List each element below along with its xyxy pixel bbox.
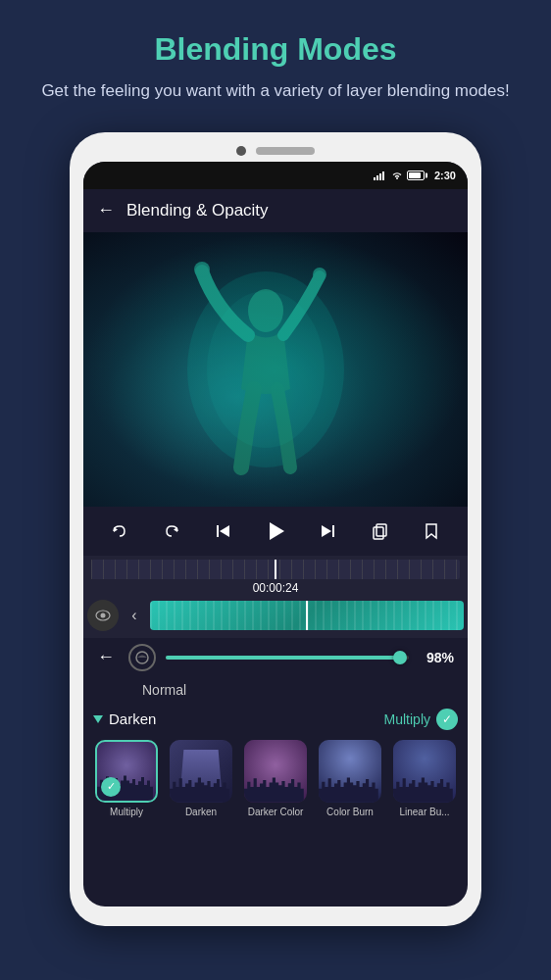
bottom-controls: ← 98% bbox=[83, 638, 468, 677]
opacity-slider-fill bbox=[166, 656, 404, 660]
city-silhouette-3 bbox=[244, 768, 307, 803]
skip-back-icon bbox=[215, 522, 232, 540]
svg-point-19 bbox=[101, 612, 106, 617]
opacity-icon bbox=[128, 644, 156, 671]
city-silhouette-4 bbox=[319, 768, 381, 803]
svg-rect-2 bbox=[379, 173, 381, 180]
clip-cursor bbox=[306, 601, 308, 630]
redo-button[interactable] bbox=[154, 514, 189, 549]
phone-camera bbox=[236, 146, 246, 156]
eye-button[interactable] bbox=[87, 600, 119, 631]
blend-thumb-color-burn bbox=[319, 740, 381, 803]
blend-items-row: ✓ Multiply Darken bbox=[93, 736, 458, 825]
blend-section: Darken Multiply ✓ ✓ Multi bbox=[83, 703, 468, 825]
blend-item-linear-burn[interactable]: Linear Bu... bbox=[391, 740, 458, 817]
copy-icon bbox=[371, 522, 388, 540]
blend-group-left: Darken bbox=[93, 710, 156, 727]
blend-thumb-linear-burn bbox=[393, 740, 456, 803]
status-bar: 2:30 bbox=[83, 162, 468, 189]
city-silhouette-2 bbox=[170, 768, 232, 803]
dancer-glow bbox=[83, 232, 468, 507]
blend-label-multiply: Multiply bbox=[110, 807, 143, 817]
bookmark-button[interactable] bbox=[414, 514, 449, 549]
battery-icon bbox=[407, 171, 425, 180]
svg-marker-13 bbox=[270, 522, 284, 540]
timeline-section: 00:00:24 ‹ bbox=[83, 556, 468, 638]
timeline-timestamp: 00:00:24 bbox=[83, 579, 468, 597]
signal-icon bbox=[374, 171, 387, 180]
phone-outer: 2:30 ← Blending & Opacity bbox=[70, 132, 481, 926]
play-icon bbox=[265, 520, 286, 542]
bottom-back-button[interactable]: ← bbox=[97, 647, 115, 667]
blend-group-right: Multiply ✓ bbox=[384, 709, 458, 730]
svg-rect-3 bbox=[382, 172, 384, 180]
opacity-slider[interactable] bbox=[166, 656, 409, 660]
current-blend-mode: Normal bbox=[142, 682, 186, 698]
play-button[interactable] bbox=[258, 514, 293, 549]
status-icons bbox=[374, 171, 425, 180]
svg-rect-14 bbox=[332, 525, 334, 537]
timeline-ruler bbox=[91, 560, 460, 579]
svg-marker-12 bbox=[220, 525, 229, 537]
timeline-chevron[interactable]: ‹ bbox=[123, 604, 146, 627]
blend-thumb-multiply: ✓ bbox=[95, 740, 158, 803]
eye-icon bbox=[95, 610, 111, 621]
blend-label-darken: Darken bbox=[185, 807, 217, 817]
blend-group-header: Darken Multiply ✓ bbox=[93, 703, 458, 736]
bookmark-icon bbox=[423, 522, 440, 540]
blend-label-linear-burn: Linear Bu... bbox=[399, 807, 449, 817]
header-section: Blending Modes Get the feeling you want … bbox=[0, 0, 551, 122]
city-silhouette-5 bbox=[393, 768, 456, 803]
back-button[interactable]: ← bbox=[97, 200, 115, 220]
page-subtitle: Get the feeling you want with a variety … bbox=[39, 79, 512, 103]
phone-top-bar bbox=[83, 146, 468, 156]
timeline-clip[interactable] bbox=[150, 601, 464, 630]
app-header-title: Blending & Opacity bbox=[126, 201, 269, 220]
blend-thumb-darker-color bbox=[244, 740, 307, 803]
page-title: Blending Modes bbox=[39, 31, 512, 68]
timeline-cursor bbox=[275, 560, 276, 579]
svg-rect-11 bbox=[217, 525, 219, 537]
blend-item-multiply[interactable]: ✓ Multiply bbox=[93, 740, 160, 817]
expand-icon bbox=[93, 715, 103, 723]
undo-icon bbox=[111, 522, 128, 540]
svg-rect-0 bbox=[374, 177, 376, 180]
svg-marker-15 bbox=[322, 525, 331, 537]
blend-label-color-burn: Color Burn bbox=[326, 807, 374, 817]
copy-button[interactable] bbox=[362, 514, 397, 549]
phone-wrapper: 2:30 ← Blending & Opacity bbox=[0, 132, 551, 926]
phone-screen: 2:30 ← Blending & Opacity bbox=[83, 162, 468, 906]
skip-fwd-icon bbox=[319, 522, 336, 540]
blend-item-color-burn[interactable]: Color Burn bbox=[317, 740, 383, 817]
skip-back-button[interactable] bbox=[206, 514, 241, 549]
opacity-value: 98% bbox=[419, 650, 454, 665]
undo-button[interactable] bbox=[102, 514, 137, 549]
blend-group-name: Darken bbox=[109, 710, 156, 727]
redo-icon bbox=[163, 522, 180, 540]
timeline-track-row: ‹ bbox=[83, 597, 468, 634]
blend-label-row: Normal bbox=[83, 677, 468, 703]
blend-label-darker-color: Darker Color bbox=[248, 807, 304, 817]
app-header: ← Blending & Opacity bbox=[83, 189, 468, 232]
blend-item-darker-color[interactable]: Darker Color bbox=[242, 740, 309, 817]
blend-thumb-darken bbox=[170, 740, 232, 803]
svg-rect-17 bbox=[376, 524, 386, 536]
skip-fwd-button[interactable] bbox=[310, 514, 345, 549]
svg-rect-1 bbox=[376, 175, 378, 180]
blend-item-darken[interactable]: Darken bbox=[168, 740, 234, 817]
video-preview bbox=[83, 232, 468, 507]
blend-selected-check: ✓ bbox=[101, 777, 121, 797]
video-background bbox=[83, 232, 468, 507]
active-check-icon: ✓ bbox=[436, 709, 458, 730]
active-blend-name: Multiply bbox=[384, 711, 430, 727]
status-time: 2:30 bbox=[434, 170, 456, 181]
layers-icon bbox=[135, 651, 149, 664]
opacity-slider-thumb bbox=[393, 651, 407, 664]
phone-speaker bbox=[256, 147, 315, 155]
wifi-icon bbox=[391, 171, 403, 180]
controls-bar bbox=[83, 507, 468, 556]
